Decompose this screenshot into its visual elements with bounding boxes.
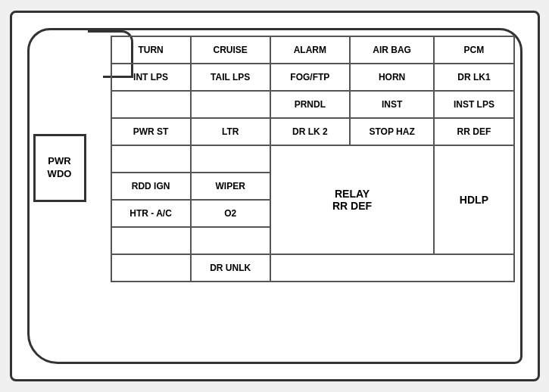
connector-line-2: [88, 30, 107, 33]
table-row: RELAYRR DEF HDLP: [111, 145, 514, 173]
fuse-cell: STOP HAZ: [350, 118, 434, 145]
fuse-cell-empty: [270, 254, 514, 282]
fuse-cell: PWR ST: [111, 118, 191, 145]
fuse-cell: TURN: [111, 36, 191, 64]
fuse-cell: CRUISE: [191, 36, 270, 64]
fuse-cell: DR LK1: [434, 64, 513, 91]
fuse-cell-empty: [191, 145, 270, 173]
fuse-cell-empty: [111, 227, 191, 254]
hdlp-cell: HDLP: [434, 145, 513, 254]
pwr-wdo-box: PWRWDO: [33, 134, 86, 202]
table-row: INT LPS TAIL LPS FOG/FTP HORN DR LK1: [111, 64, 514, 91]
fuse-cell: INT LPS: [111, 64, 191, 91]
relay-rr-def-cell: RELAYRR DEF: [270, 145, 435, 254]
table-row: TURN CRUISE ALARM AIR BAG PCM: [111, 36, 514, 64]
fuse-cell-empty: [111, 145, 191, 173]
fuse-cell: PCM: [434, 36, 513, 64]
fuse-cell-empty: [191, 227, 270, 254]
fuse-cell: HORN: [350, 64, 434, 91]
fuse-cell: ALARM: [270, 36, 350, 64]
fuse-cell: INST: [350, 91, 434, 118]
fuse-cell-empty: [191, 91, 270, 118]
fuse-cell: DR LK 2: [270, 118, 350, 145]
fuse-cell: FOG/FTP: [270, 64, 350, 91]
table-row: PWR ST LTR DR LK 2 STOP HAZ RR DEF: [111, 118, 514, 145]
table-row: PRNDL INST INST LPS: [111, 91, 514, 118]
fuse-cell: AIR BAG: [350, 36, 434, 64]
pwr-wdo-label: PWRWDO: [48, 155, 72, 181]
fuse-grid: TURN CRUISE ALARM AIR BAG PCM INT LPS TA…: [111, 36, 515, 356]
fuse-cell: WIPER: [191, 173, 270, 200]
fuse-cell: DR UNLK: [191, 254, 270, 282]
fuse-cell: PRNDL: [270, 91, 350, 118]
fuse-cell: O2: [191, 200, 270, 227]
fuse-cell: TAIL LPS: [191, 64, 270, 91]
fuse-cell: RR DEF: [434, 118, 513, 145]
fuse-cell: HTR - A/C: [111, 200, 191, 227]
fuse-cell-empty: [111, 254, 191, 282]
fuse-table: TURN CRUISE ALARM AIR BAG PCM INT LPS TA…: [111, 36, 515, 282]
fuse-box: PWRWDO TURN CRUISE ALARM AIR BAG PCM INT…: [10, 11, 540, 381]
fuse-cell: RDD IGN: [111, 173, 191, 200]
fuse-cell: LTR: [191, 118, 270, 145]
table-row: DR UNLK: [111, 254, 514, 282]
fuse-cell: INST LPS: [434, 91, 513, 118]
fuse-cell-empty: [111, 91, 191, 118]
